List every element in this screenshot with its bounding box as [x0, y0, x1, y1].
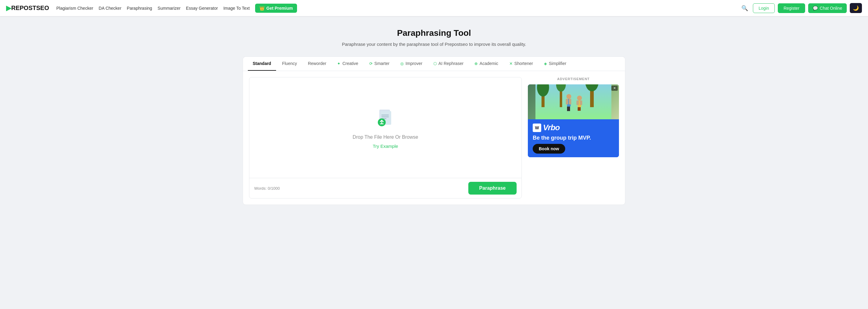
- tab-improver-label: Improver: [405, 61, 422, 66]
- nav-links: Plagiarism Checker DA Checker Paraphrasi…: [56, 4, 739, 13]
- chat-icon: 💬: [813, 6, 818, 11]
- page-subtitle: Paraphrase your content by the paraphras…: [243, 42, 625, 47]
- ad-label: ADVERTISEMENT: [528, 77, 619, 81]
- creative-icon: ✦: [337, 61, 340, 66]
- svg-rect-22: [577, 100, 579, 105]
- tab-shortener-label: Shortener: [515, 61, 533, 66]
- panel-footer: Words: 0/1000 Paraphrase: [249, 178, 522, 198]
- paraphrase-button[interactable]: Paraphrase: [468, 182, 517, 195]
- moon-icon: 🌙: [853, 5, 859, 11]
- logo-text: REPOSTSEO: [11, 5, 49, 11]
- try-example-link[interactable]: Try Example: [373, 144, 398, 149]
- svg-rect-19: [568, 107, 570, 111]
- tab-fluency-label: Fluency: [282, 61, 297, 66]
- ad-panel: ADVERTISEMENT: [528, 77, 619, 199]
- word-count: Words: 0/1000: [254, 186, 280, 191]
- ad-book-button[interactable]: Book now: [533, 144, 565, 153]
- tab-standard-label: Standard: [253, 61, 271, 66]
- tool-area: Drop The File Here Or Browse Try Example…: [243, 71, 625, 205]
- tab-shortener[interactable]: ✕ Shortener: [504, 57, 538, 71]
- drop-zone[interactable]: Drop The File Here Or Browse Try Example: [249, 77, 522, 178]
- tab-creative-label: Creative: [342, 61, 358, 66]
- svg-rect-16: [566, 99, 568, 104]
- main-container: Paraphrasing Tool Paraphrase your conten…: [237, 16, 631, 211]
- upload-illustration: [373, 107, 398, 131]
- svg-point-20: [577, 96, 582, 100]
- logo-prefix: ▶: [6, 4, 11, 12]
- smarter-icon: ⟳: [369, 61, 373, 66]
- svg-point-14: [566, 94, 571, 99]
- nav-da-checker[interactable]: DA Checker: [99, 6, 122, 11]
- search-button[interactable]: 🔍: [740, 3, 750, 13]
- academic-icon: ⊕: [474, 61, 478, 66]
- tab-smarter-label: Smarter: [374, 61, 390, 66]
- shortener-icon: ✕: [509, 61, 513, 66]
- navbar: ▶ REPOSTSEO Plagiarism Checker DA Checke…: [0, 0, 868, 16]
- nav-essay[interactable]: Essay Generator: [186, 6, 218, 11]
- ad-logo-name: Vrbo: [543, 123, 560, 132]
- tab-fluency[interactable]: Fluency: [277, 57, 302, 71]
- svg-rect-25: [579, 107, 581, 111]
- svg-rect-24: [578, 107, 579, 111]
- tab-creative[interactable]: ✦ Creative: [332, 57, 363, 71]
- nav-paraphrasing[interactable]: Paraphrasing: [127, 6, 152, 11]
- ad-headline: Be the group trip MVP.: [533, 135, 614, 141]
- ad-photo: ✕: [528, 84, 619, 119]
- site-logo[interactable]: ▶ REPOSTSEO: [6, 4, 49, 12]
- ad-logo: W Vrbo: [533, 123, 614, 132]
- tab-smarter[interactable]: ⟳ Smarter: [365, 57, 395, 71]
- svg-rect-23: [580, 100, 582, 105]
- simplifier-icon: ◈: [544, 61, 547, 66]
- tab-reworder[interactable]: Reworder: [303, 57, 331, 71]
- ad-photo-bg: [528, 84, 619, 119]
- ad-inner: ✕ W Vrbo Be the group trip MVP. Book now: [528, 84, 619, 157]
- tab-reworder-label: Reworder: [308, 61, 327, 66]
- nav-plagiarism[interactable]: Plagiarism Checker: [56, 6, 93, 11]
- ad-logo-icon: W: [533, 124, 541, 132]
- tab-ai-rephraser-label: AI Rephraser: [439, 61, 463, 66]
- crown-icon: 👑: [259, 6, 265, 11]
- tab-academic-label: Academic: [479, 61, 498, 66]
- tabs-container: Standard Fluency Reworder ✦ Creative ⟳ S…: [243, 57, 625, 71]
- dark-mode-button[interactable]: 🌙: [850, 3, 862, 13]
- nav-summarizer[interactable]: Summarizer: [158, 6, 180, 11]
- ad-close-button[interactable]: ✕: [611, 85, 618, 91]
- improver-icon: ◎: [400, 61, 404, 66]
- svg-rect-18: [567, 107, 568, 111]
- tab-ai-rephraser[interactable]: ⬡ AI Rephraser: [429, 57, 468, 71]
- register-button[interactable]: Register: [778, 3, 805, 13]
- input-panel: Drop The File Here Or Browse Try Example…: [249, 77, 522, 199]
- svg-rect-17: [569, 99, 571, 104]
- tab-academic[interactable]: ⊕ Academic: [469, 57, 503, 71]
- tab-standard[interactable]: Standard: [248, 57, 276, 71]
- nav-image-to-text[interactable]: Image To Text: [223, 6, 250, 11]
- ai-rephraser-icon: ⬡: [433, 61, 437, 66]
- search-icon: 🔍: [741, 5, 748, 11]
- premium-button[interactable]: 👑 Get Premium: [255, 4, 297, 13]
- ad-box: ✕ W Vrbo Be the group trip MVP. Book now: [528, 84, 619, 157]
- tab-improver[interactable]: ◎ Improver: [396, 57, 427, 71]
- chat-button[interactable]: 💬 Chat Online: [808, 3, 847, 13]
- ad-photo-svg: [528, 84, 619, 119]
- page-title: Paraphrasing Tool: [243, 28, 625, 38]
- login-button[interactable]: Login: [753, 3, 775, 13]
- nav-right: 🔍 Login Register 💬 Chat Online 🌙: [740, 3, 862, 13]
- drop-text: Drop The File Here Or Browse: [352, 134, 418, 140]
- tab-simplifier[interactable]: ◈ Simplifier: [539, 57, 571, 71]
- ad-text-area: W Vrbo Be the group trip MVP. Book now: [528, 119, 619, 157]
- tab-simplifier-label: Simplifier: [549, 61, 566, 66]
